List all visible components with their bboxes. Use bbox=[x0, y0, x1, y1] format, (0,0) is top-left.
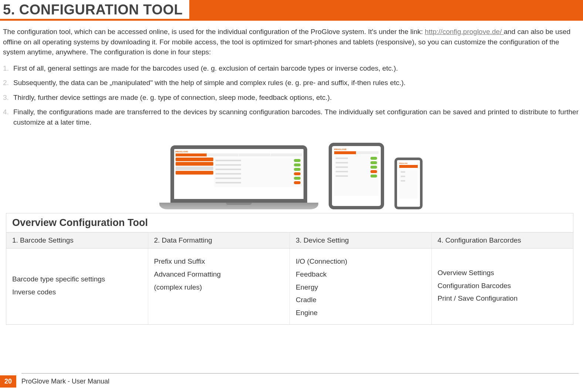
overview-table: Overview Configuration Tool 1. Barcode S… bbox=[6, 213, 573, 325]
config-link[interactable]: http://config.proglove.de/ bbox=[425, 28, 504, 36]
overview-cell: Barcode type specific settings Inverse c… bbox=[6, 249, 148, 324]
page-number-badge: 20 bbox=[0, 375, 16, 388]
mini-logo: PROGLOVE bbox=[399, 162, 418, 164]
step-item: 4.Finally, the configurations made are t… bbox=[3, 107, 579, 127]
section-title: 5. CONFIGURATION TOOL bbox=[0, 0, 189, 19]
overview-item: Engine bbox=[296, 308, 426, 318]
step-text: Subsequently, the data can be „manipulat… bbox=[13, 78, 579, 88]
overview-title: Overview Configuration Tool bbox=[6, 213, 573, 232]
page-footer: 20 ProGlove Mark - User Manual bbox=[0, 375, 109, 388]
overview-item: Feedback bbox=[296, 270, 426, 280]
overview-item: Prefix und Suffix bbox=[154, 257, 284, 267]
overview-cell: I/O (Connection) Feedback Energy Cradle … bbox=[290, 249, 432, 324]
overview-col-header: 3. Device Setting bbox=[290, 233, 432, 248]
overview-cell: Prefix und Suffix Advanced Formatting (c… bbox=[148, 249, 290, 324]
step-text: Thirdly, further device settings are mad… bbox=[13, 92, 579, 103]
section-header: 5. CONFIGURATION TOOL bbox=[0, 0, 583, 21]
tablet-icon: PROGLOVE bbox=[329, 143, 384, 209]
step-text: First of all, general settings are made … bbox=[13, 63, 579, 74]
overview-cell: Overview Settings Configuration Barcodes… bbox=[432, 249, 573, 324]
intro-paragraph: The configuration tool, which can be acc… bbox=[3, 27, 579, 57]
overview-item: I/O (Connection) bbox=[296, 257, 426, 267]
overview-header-row: 1. Barcode Settings 2. Data Formatting 3… bbox=[6, 232, 573, 249]
step-item: 3.Thirdly, further device settings are m… bbox=[3, 92, 579, 103]
phone-icon: PROGLOVE bbox=[394, 158, 423, 209]
step-item: 2.Subsequently, the data can be „manipul… bbox=[3, 78, 579, 88]
step-number: 1. bbox=[3, 63, 13, 74]
header-accent bbox=[189, 0, 583, 19]
steps-list: 1.First of all, general settings are mad… bbox=[3, 63, 579, 128]
step-item: 1.First of all, general settings are mad… bbox=[3, 63, 579, 74]
overview-item: Configuration Barcodes bbox=[438, 281, 567, 291]
overview-col-header: 2. Data Formatting bbox=[148, 233, 290, 248]
mini-logo: PROGLOVE bbox=[176, 151, 302, 153]
intro-part1: The configuration tool, which can be acc… bbox=[3, 28, 425, 36]
footer-manual-title: ProGlove Mark - User Manual bbox=[16, 378, 109, 385]
footer-rule bbox=[21, 373, 579, 374]
overview-item: (complex rules) bbox=[154, 283, 284, 293]
step-number: 4. bbox=[3, 107, 13, 127]
step-number: 2. bbox=[3, 78, 13, 88]
mini-logo: PROGLOVE bbox=[334, 148, 379, 151]
overview-item: Overview Settings bbox=[438, 268, 567, 278]
overview-item: Print / Save Configuration bbox=[438, 294, 567, 304]
overview-item: Advanced Formatting bbox=[154, 270, 284, 280]
responsive-devices-illustration: PROGLOVE bbox=[3, 135, 579, 209]
laptop-icon: PROGLOVE bbox=[159, 145, 318, 209]
overview-item: Barcode type specific settings bbox=[12, 274, 142, 284]
step-number: 3. bbox=[3, 92, 13, 103]
overview-body-row: Barcode type specific settings Inverse c… bbox=[6, 249, 573, 324]
step-text: Finally, the configurations made are tra… bbox=[13, 107, 579, 127]
overview-item: Energy bbox=[296, 283, 426, 293]
overview-col-header: 1. Barcode Settings bbox=[6, 233, 148, 248]
overview-item: Inverse codes bbox=[12, 287, 142, 297]
overview-item: Cradle bbox=[296, 295, 426, 305]
overview-col-header: 4. Configuration Barcordes bbox=[432, 233, 573, 248]
